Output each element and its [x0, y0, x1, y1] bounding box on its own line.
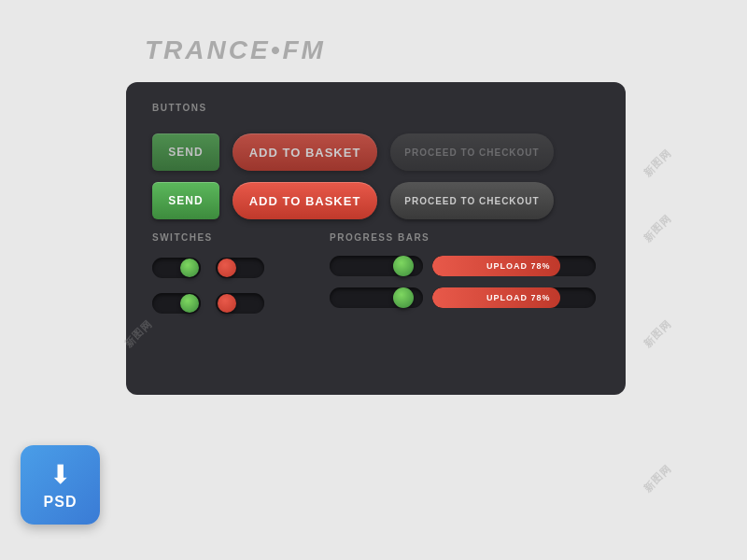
upload-fill-2: UPLOAD 78% — [432, 287, 560, 308]
switches-label: SWITCHES — [152, 232, 302, 243]
mini-track-2[interactable] — [330, 287, 423, 308]
toggle-track-2 — [216, 258, 264, 278]
toggle-track-4 — [216, 293, 264, 314]
logo: TRANCE•FM — [145, 35, 326, 65]
main-card: BUTTONS SEND ADD TO BASKET PROCEED TO CH… — [126, 82, 626, 395]
watermark-2: 新图网 — [641, 211, 674, 245]
toggle-thumb-2 — [218, 259, 236, 277]
progress-row-2: UPLOAD 78% — [330, 287, 599, 308]
buttons-section-label: BUTTONS — [152, 103, 599, 113]
add-to-basket-button-2[interactable]: ADD TO BASKET — [233, 182, 377, 219]
toggle-2-off[interactable] — [216, 256, 264, 280]
psd-label: PSD — [44, 494, 78, 511]
upload-label-1: UPLOAD 78% — [486, 261, 551, 271]
bottom-section: SWITCHES — [152, 232, 599, 327]
upload-label-2: UPLOAD 78% — [486, 293, 551, 302]
watermark-4: 新图网 — [641, 461, 674, 495]
switch-row-1 — [152, 256, 302, 280]
psd-badge[interactable]: ⬇ PSD — [21, 445, 100, 525]
toggle-1-on[interactable] — [152, 256, 201, 280]
send-button-2[interactable]: SEND — [152, 182, 219, 219]
send-button-1[interactable]: SEND — [152, 133, 219, 171]
watermark-1: 新图网 — [641, 146, 674, 179]
progress-column: PROGRESS BARS UPLOAD 78% — [330, 232, 599, 327]
button-row-2: SEND ADD TO BASKET PROCEED TO CHECKOUT — [152, 182, 599, 219]
mini-knob-1[interactable] — [393, 256, 414, 276]
button-row-1: SEND ADD TO BASKET PROCEED TO CHECKOUT — [152, 133, 599, 171]
toggle-thumb-1 — [180, 259, 199, 277]
proceed-to-checkout-button-2[interactable]: PROCEED TO CHECKOUT — [390, 182, 554, 219]
download-icon: ⬇ — [49, 459, 71, 490]
upload-track-1: UPLOAD 78% — [432, 256, 596, 276]
toggle-thumb-4 — [218, 294, 236, 313]
upload-fill-1: UPLOAD 78% — [432, 256, 560, 276]
watermark-3: 新图网 — [641, 316, 674, 350]
toggle-4-off[interactable] — [216, 291, 264, 315]
progress-label: PROGRESS BARS — [330, 232, 599, 243]
mini-knob-2[interactable] — [393, 287, 414, 308]
mini-track-1[interactable] — [330, 256, 423, 276]
toggle-track-3 — [152, 293, 201, 314]
toggle-3-on[interactable] — [152, 291, 201, 315]
toggle-track-1 — [152, 258, 201, 278]
toggle-thumb-3 — [180, 294, 199, 313]
logo-text: TRANCE•FM — [145, 35, 326, 64]
proceed-to-checkout-button-1[interactable]: PROCEED TO CHECKOUT — [390, 133, 554, 171]
upload-track-2: UPLOAD 78% — [432, 287, 596, 308]
add-to-basket-button-1[interactable]: ADD TO BASKET — [233, 133, 377, 171]
switches-column: SWITCHES — [152, 232, 302, 327]
progress-row-1: UPLOAD 78% — [330, 256, 599, 276]
switch-row-2 — [152, 291, 302, 315]
